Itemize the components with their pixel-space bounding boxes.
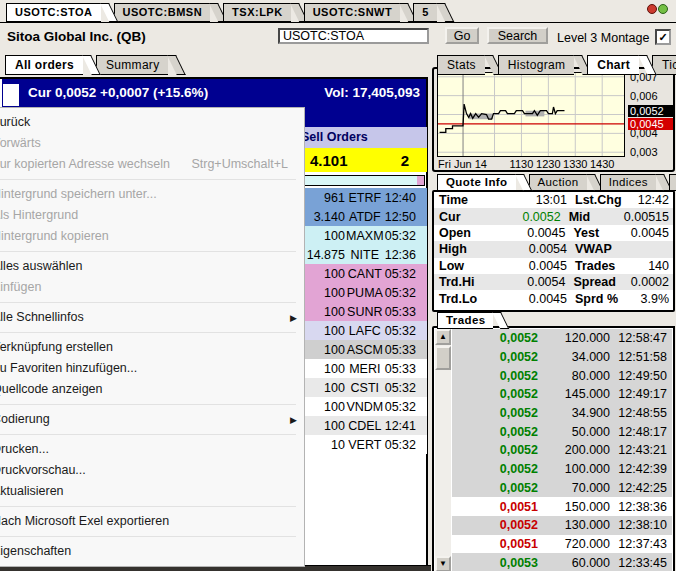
trade-row[interactable]: 0,0052 50.000 12:48:17 [452,422,672,441]
x-tick: 1430 [585,158,619,170]
window-tab[interactable]: USOTC:SNWT [304,3,401,22]
trade-row[interactable]: 0,0052 145.000 12:49:17 [452,385,672,404]
menu-item[interactable]: Zu Favoriten hinzufügen... [0,358,304,379]
trade-row[interactable]: 0,0052 34.000 12:51:58 [452,348,672,367]
quote-value: 0.0054 [493,275,565,289]
menu-item[interactable]: Hintergrund speichern unter... [0,184,304,205]
trade-row[interactable]: 0,0052 200.000 12:43:21 [452,441,672,460]
trade-row[interactable]: 0,0052 100.000 12:42:39 [452,460,672,479]
menu-separator [0,251,296,252]
menu-item[interactable]: Vorwärts [0,133,304,154]
trade-time: 12:37:43 [610,537,672,551]
window-tab[interactable]: 5 [413,3,437,22]
menu-item[interactable]: Aktualisieren [0,481,304,502]
panel-tab[interactable]: Chart [587,55,639,75]
menu-separator [0,434,296,435]
menu-item-label: Codierung [0,412,50,426]
trade-time: 12:38:10 [610,518,672,532]
level3-montage-label: Level 3 Montage [557,31,649,45]
window-tab[interactable]: USOTC:STOA [6,3,101,22]
menu-item[interactable]: Verknüpfung erstellen [0,337,304,358]
menu-item[interactable]: Alle Schnellinfos ▶ [0,307,304,328]
montage-tab[interactable]: Summary [96,55,168,75]
trade-row[interactable]: 0,0051 720.000 12:37:43 [452,535,672,554]
quote-tab[interactable]: Indices [600,174,656,191]
quote-label: Trd.Hi [434,275,493,289]
red-indicator-icon[interactable] [647,4,657,14]
quote-value: 0.0045 [493,226,565,240]
montage-tab[interactable]: All orders [5,55,83,75]
best-ask-count: 2 [401,152,427,169]
menu-item[interactable]: Druckvorschau... [0,460,304,481]
trade-row[interactable]: 0,0052 120.000 12:58:47 [452,329,672,348]
volume-header: Vol: 17,405,093 [300,85,420,100]
quote-value: 0.00515 [624,210,673,224]
trade-size: 34.900 [538,406,610,420]
symbol-input[interactable] [278,28,429,44]
submenu-arrow-icon: ▶ [290,308,297,329]
chart-plot[interactable] [437,72,625,157]
trade-row[interactable]: 0,0053 60.000 12:33:45 [452,553,672,571]
trade-time: 12:33:45 [610,556,672,570]
quote-label: Lst.Chg [567,193,633,207]
menu-item[interactable]: Quellcode anzeigen [0,379,304,400]
go-button[interactable]: Go [445,27,479,44]
quote-value: 140 [633,259,673,273]
montage-tab-bar: All ordersSummary [5,55,168,75]
trade-row[interactable]: 0,0051 150.000 12:38:36 [452,497,672,516]
trade-row[interactable]: 0,0052 80.000 12:49:50 [452,366,672,385]
trade-price: 0,0052 [452,350,538,364]
scroll-up-icon[interactable]: ▲ [435,329,451,345]
window-tab[interactable]: USOTC:BMSN [114,3,211,22]
trade-time: 12:51:58 [610,350,672,364]
green-indicator-icon[interactable] [658,4,668,14]
scrollbar-thumb[interactable] [435,346,451,370]
market-maker-id: ATDF [345,210,385,224]
panel-tab[interactable]: Stats [437,55,485,75]
quote-tab[interactable]: Flow [669,174,676,191]
trade-price: 0,0052 [452,462,538,476]
menu-item[interactable]: Drucken... [0,439,304,460]
trade-price: 0,0052 [452,443,538,457]
menu-separator [0,404,296,405]
trade-size: 130.000 [538,518,610,532]
trade-row[interactable]: 0,0052 34.900 12:48:55 [452,404,672,423]
search-button[interactable]: Search [487,27,548,44]
quote-value: 0.0045 [494,259,567,273]
trades-tab[interactable]: Trades [437,312,493,329]
menu-item[interactable]: Codierung ▶ [0,409,304,430]
trade-size: 34.000 [538,350,610,364]
window-tab[interactable]: TSX:LPK [223,3,291,22]
menu-item-label: Quellcode anzeigen [0,382,103,396]
level3-montage-checkbox[interactable]: ✓ [655,29,671,45]
menu-item[interactable]: Einfügen [0,277,304,298]
trades-scrollbar[interactable]: ▲ ▼ [435,329,451,571]
menu-item[interactable]: Alles auswählen [0,256,304,277]
menu-item-group: Aktualisieren [0,481,304,507]
quote-info-table: Time 13:01 Lst.Chg 12:42 Cur 0.0052 Mid … [432,190,675,312]
trade-row[interactable]: 0,0052 70.000 12:42:25 [452,479,672,498]
scroll-down-icon[interactable]: ▼ [435,556,451,571]
trade-time: 12:43:21 [610,443,672,457]
menu-item[interactable]: Zur kopierten Adresse wechseln Strg+Umsc… [0,154,304,175]
quote-label: Mid [561,210,624,224]
panel-tab[interactable]: Histogram [498,55,574,75]
menu-item[interactable]: Zurück [0,112,304,133]
market-maker-id: VERT [345,438,385,452]
montage-header-cell [3,84,19,106]
market-maker-id: SUNR [345,305,385,319]
trade-row[interactable]: 0,0052 130.000 12:38:10 [452,516,672,535]
menu-item[interactable]: Nach Microsoft Exel exportieren [0,511,304,532]
menu-separator [0,536,296,537]
menu-item-group: Eigenschaften [0,541,304,562]
quote-tab[interactable]: Quote Info [437,174,516,191]
menu-item[interactable]: Hintergrund kopieren [0,226,304,247]
menu-item[interactable]: Eigenschaften [0,541,304,562]
menu-item[interactable]: Als Hintergrund [0,205,304,226]
quote-tab[interactable]: Auction [529,174,587,191]
menu-item-group: Zu Favoriten hinzufügen... [0,358,304,379]
market-maker-id: LAFC [345,324,385,338]
quote-row: Low 0.0045 Trades 140 [434,258,673,274]
menu-item-label: Drucken... [0,442,49,456]
quote-label: Cur [434,210,491,224]
